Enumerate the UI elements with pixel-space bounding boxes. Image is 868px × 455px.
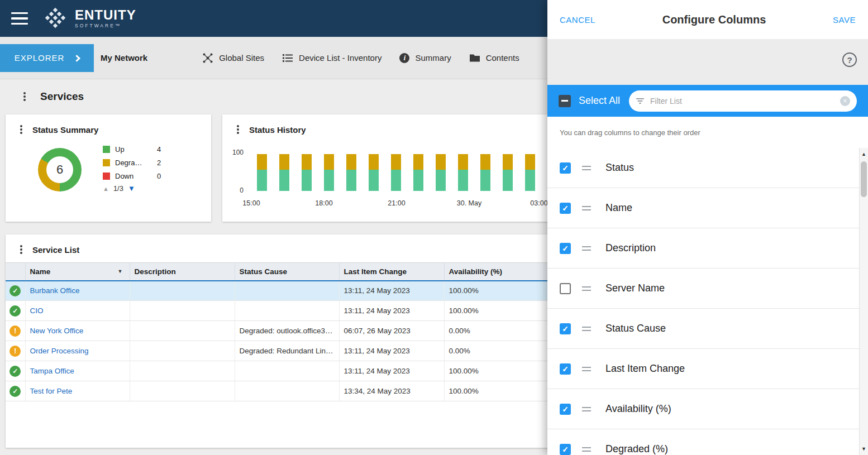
cell-status-cause: Degraded: outlook.office3… (235, 321, 339, 341)
legend-swatch-up (103, 146, 110, 153)
hamburger-menu-icon[interactable] (11, 12, 28, 25)
folder-icon (469, 53, 480, 63)
legend-item: Up 4 (103, 142, 161, 156)
drag-handle-icon[interactable] (582, 367, 591, 371)
scroll-up-icon[interactable]: ▲ (860, 151, 868, 157)
status-donut-ring: 6 (38, 148, 82, 191)
checkbox-checked-icon[interactable] (560, 363, 571, 375)
legend-swatch-degraded (103, 159, 110, 166)
cell-last-item-change: 06:07, 26 May 2023 (339, 321, 444, 341)
drag-handle-icon[interactable] (582, 407, 591, 411)
column-item-status[interactable]: Status (547, 148, 868, 188)
column-item-description[interactable]: Description (547, 228, 868, 269)
drag-handle-icon[interactable] (582, 327, 591, 331)
drag-handle-icon[interactable] (582, 286, 591, 291)
column-header-last-item-change[interactable]: Last Item Change (339, 263, 444, 281)
history-bar (346, 154, 356, 191)
tab-global-sites[interactable]: Global Sites (202, 52, 264, 64)
column-header-status-icon[interactable] (6, 263, 25, 281)
legend-swatch-down (103, 173, 110, 180)
service-link[interactable]: Tampa Office (30, 367, 74, 375)
column-item-label: Availability (%) (605, 403, 671, 415)
legend-value: 2 (157, 159, 161, 167)
cell-last-item-change: 13:11, 24 May 2023 (339, 361, 444, 381)
cell-status-cause (235, 281, 339, 301)
tab-contents[interactable]: Contents (469, 53, 519, 63)
panel-scrollbar[interactable]: ▲ ▼ (859, 148, 868, 455)
panel-select-bar: Select All (547, 85, 868, 117)
chevron-right-icon (73, 55, 80, 62)
legend-label: Up (115, 145, 152, 154)
brand-logo: ENTUITY SOFTWARE™ (42, 7, 136, 30)
history-bar (480, 154, 490, 191)
checkbox-checked-icon[interactable] (560, 404, 571, 415)
checkbox-checked-icon[interactable] (560, 323, 571, 334)
cell-status-cause (235, 361, 339, 381)
service-link[interactable]: Burbank Office (30, 286, 80, 295)
x-axis-tick: 21:00 (388, 199, 405, 207)
filter-icon (636, 97, 645, 106)
card-title: Status History (249, 125, 306, 135)
brand-subtitle: SOFTWARE™ (75, 23, 136, 28)
cell-description (130, 321, 235, 341)
status-history-menu-icon[interactable] (236, 124, 240, 135)
checkbox-checked-icon[interactable] (560, 243, 571, 254)
status-up-icon (9, 305, 21, 317)
status-summary-menu-icon[interactable] (19, 124, 23, 135)
column-item-label: Status Cause (605, 323, 666, 334)
save-button[interactable]: SAVE (833, 15, 856, 25)
checkbox-checked-icon[interactable] (560, 444, 571, 455)
cell-description (130, 361, 235, 381)
column-header-status-cause[interactable]: Status Cause (235, 263, 339, 281)
indeterminate-dash-icon (561, 100, 568, 102)
column-item-last-item-change[interactable]: Last Item Change (547, 349, 868, 389)
explorer-button[interactable]: EXPLORER (0, 44, 94, 72)
service-link[interactable]: CIO (30, 306, 44, 315)
legend-pager: ▲ 1/3 ▼ (103, 184, 161, 193)
filter-list-field[interactable] (629, 90, 857, 112)
filter-input[interactable] (650, 97, 834, 106)
cell-last-item-change: 13:11, 24 May 2023 (339, 281, 444, 301)
help-icon[interactable] (842, 52, 857, 67)
drag-handle-icon[interactable] (582, 246, 591, 251)
scrollbar-thumb[interactable] (861, 161, 867, 197)
legend-label: Degra… (115, 159, 152, 167)
column-item-name[interactable]: Name (547, 188, 868, 228)
cell-last-item-change: 13:11, 24 May 2023 (339, 341, 444, 361)
service-link[interactable]: Test for Pete (30, 387, 73, 395)
configure-columns-panel: CANCEL Configure Columns SAVE Select All… (547, 0, 868, 455)
service-list-menu-icon[interactable] (19, 245, 23, 255)
pager-up-icon[interactable]: ▲ (103, 185, 109, 192)
service-link[interactable]: New York Office (30, 327, 84, 335)
service-link[interactable]: Order Processing (30, 347, 89, 355)
column-item-server-name[interactable]: Server Name (547, 269, 868, 309)
scroll-down-icon[interactable]: ▼ (860, 446, 868, 452)
status-up-icon (9, 386, 21, 397)
cancel-button[interactable]: CANCEL (560, 15, 595, 25)
cell-description (130, 341, 235, 361)
checkbox-checked-icon[interactable] (560, 203, 571, 214)
column-item-degraded[interactable]: Degraded (%) (547, 429, 868, 455)
status-history-bars (257, 154, 535, 191)
status-summary-card: Status Summary 6 Up 4 Degra… 2 (6, 114, 211, 222)
status-donut-total: 6 (46, 156, 73, 183)
drag-handle-icon[interactable] (582, 206, 591, 210)
checkbox-checked-icon[interactable] (560, 162, 571, 174)
column-item-availability[interactable]: Availability (%) (547, 389, 868, 429)
pager-down-icon[interactable]: ▼ (128, 184, 135, 193)
drag-handle-icon[interactable] (582, 166, 591, 170)
clear-filter-icon[interactable] (840, 96, 850, 106)
column-item-status-cause[interactable]: Status Cause (547, 309, 868, 349)
checkbox-unchecked-icon[interactable] (560, 283, 571, 294)
tab-device-list-inventory[interactable]: Device List - Inventory (282, 52, 381, 64)
services-menu-icon[interactable] (22, 92, 27, 102)
tab-summary[interactable]: i Summary (399, 53, 451, 63)
select-all-checkbox[interactable] (559, 95, 571, 107)
drag-handle-icon[interactable] (582, 447, 591, 452)
history-bar (391, 154, 401, 191)
column-header-description[interactable]: Description (130, 263, 235, 281)
column-header-name[interactable]: Name ▼ (25, 263, 130, 281)
column-item-label: Last Item Change (605, 363, 685, 375)
x-axis-tick: 15:00 (242, 199, 260, 207)
x-axis-tick: 03:00 (530, 199, 547, 207)
